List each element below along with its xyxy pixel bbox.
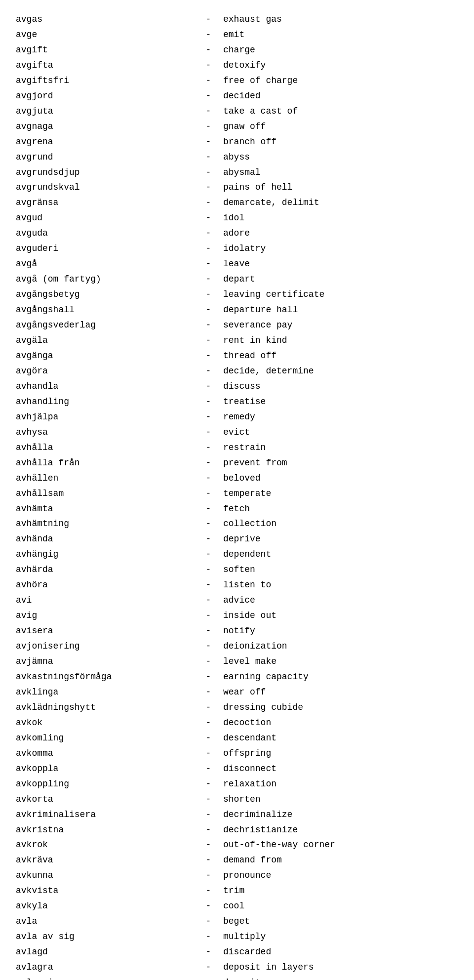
definition-cell: thread off <box>223 348 458 364</box>
word-cell: avgifta <box>16 58 194 73</box>
dash-separator: - <box>194 807 223 822</box>
word-cell: avhandla <box>16 379 194 394</box>
list-item: avkvista-trim <box>16 883 458 898</box>
definition-cell: deionization <box>223 639 458 654</box>
list-item: avgas-exhaust gas <box>16 12 458 27</box>
definition-cell: leave <box>223 256 458 272</box>
word-cell: avgas <box>16 12 194 27</box>
word-cell: avhållsam <box>16 486 194 501</box>
dash-separator: - <box>194 685 223 700</box>
definition-cell: remedy <box>223 409 458 425</box>
word-cell: avlagd <box>16 944 194 960</box>
word-cell: avhållen <box>16 471 194 486</box>
dash-separator: - <box>194 700 223 715</box>
definition-cell: deposit in layers <box>223 960 458 975</box>
definition-cell: emit <box>223 27 458 42</box>
list-item: avhöra-listen to <box>16 577 458 593</box>
list-item: avkriminalisera-decriminalize <box>16 807 458 822</box>
word-cell: avhjälpa <box>16 409 194 425</box>
word-cell: avjämna <box>16 654 194 669</box>
word-cell: avkoppla <box>16 761 194 776</box>
list-item: avjämna-level make <box>16 654 458 669</box>
word-cell: avkorta <box>16 792 194 807</box>
dash-separator: - <box>194 883 223 898</box>
word-cell: avi <box>16 593 194 608</box>
word-cell: avgift <box>16 42 194 58</box>
definition-cell: severance pay <box>223 318 458 333</box>
word-cell: avkrok <box>16 837 194 853</box>
definition-cell: demarcate, delimit <box>223 195 458 210</box>
definition-cell: offspring <box>223 746 458 761</box>
dash-separator: - <box>194 180 223 195</box>
definition-cell: relaxation <box>223 776 458 792</box>
dash-separator: - <box>194 898 223 914</box>
word-cell: avgäla <box>16 333 194 348</box>
list-item: avgångsbetyg-leaving certificate <box>16 287 458 302</box>
dash-separator: - <box>194 531 223 547</box>
list-item: avkok-decoction <box>16 715 458 731</box>
list-item: avkomling-descendant <box>16 731 458 746</box>
list-item: avhämtning-collection <box>16 516 458 531</box>
word-cell: avla <box>16 914 194 929</box>
definition-cell: advice <box>223 593 458 608</box>
word-cell: avkok <box>16 715 194 731</box>
list-item: avklinga-wear off <box>16 685 458 700</box>
word-cell: avjonisering <box>16 639 194 654</box>
definition-cell: gnaw off <box>223 119 458 134</box>
dash-separator: - <box>194 960 223 975</box>
word-cell: avgänga <box>16 348 194 364</box>
word-cell: avkoppling <box>16 776 194 792</box>
dash-separator: - <box>194 165 223 180</box>
dash-separator: - <box>194 58 223 73</box>
dash-separator: - <box>194 471 223 486</box>
definition-cell: exhaust gas <box>223 12 458 27</box>
dash-separator: - <box>194 776 223 792</box>
list-item: avgift-charge <box>16 42 458 58</box>
definition-cell: decide, determine <box>223 364 458 379</box>
definition-cell: beget <box>223 914 458 929</box>
word-cell: avgiftsfri <box>16 73 194 88</box>
definition-cell: charge <box>223 42 458 58</box>
word-cell: avhämtning <box>16 516 194 531</box>
definition-cell: depart <box>223 272 458 287</box>
dash-separator: - <box>194 42 223 58</box>
dash-separator: - <box>194 577 223 593</box>
list-item: avgå-leave <box>16 256 458 272</box>
word-cell: avgud <box>16 210 194 226</box>
list-item: avhålla från-prevent from <box>16 455 458 471</box>
word-cell: avgränsa <box>16 195 194 210</box>
list-item: avkoppla-disconnect <box>16 761 458 776</box>
list-item: avhända-deprive <box>16 531 458 547</box>
definition-cell: dependent <box>223 547 458 562</box>
definition-cell: descendant <box>223 731 458 746</box>
definition-cell: decoction <box>223 715 458 731</box>
dash-separator: - <box>194 150 223 165</box>
definition-cell: discarded <box>223 944 458 960</box>
word-cell: avklinga <box>16 685 194 700</box>
definition-cell: decided <box>223 88 458 104</box>
definition-cell: demand from <box>223 853 458 868</box>
list-item: avgångsvederlag-severance pay <box>16 318 458 333</box>
list-item: avgränsa-demarcate, delimit <box>16 195 458 210</box>
dash-separator: - <box>194 73 223 88</box>
list-item: avgrundsdjup-abysmal <box>16 165 458 180</box>
dash-separator: - <box>194 944 223 960</box>
word-cell: avgångshall <box>16 302 194 318</box>
dash-separator: - <box>194 501 223 517</box>
definition-cell: fetch <box>223 501 458 517</box>
word-cell: avgjuta <box>16 104 194 119</box>
list-item: avjonisering-deionization <box>16 639 458 654</box>
dash-separator: - <box>194 287 223 302</box>
word-cell: avhämta <box>16 501 194 517</box>
definition-cell: leaving certificate <box>223 287 458 302</box>
word-cell: avgångsbetyg <box>16 287 194 302</box>
dash-separator: - <box>194 593 223 608</box>
list-item: avkoppling-relaxation <box>16 776 458 792</box>
dash-separator: - <box>194 348 223 364</box>
dash-separator: - <box>194 455 223 471</box>
definition-cell: detoxify <box>223 58 458 73</box>
list-item: avhärda-soften <box>16 562 458 577</box>
list-item: avgrena-branch off <box>16 134 458 150</box>
definition-cell: departure hall <box>223 302 458 318</box>
dash-separator: - <box>194 425 223 440</box>
